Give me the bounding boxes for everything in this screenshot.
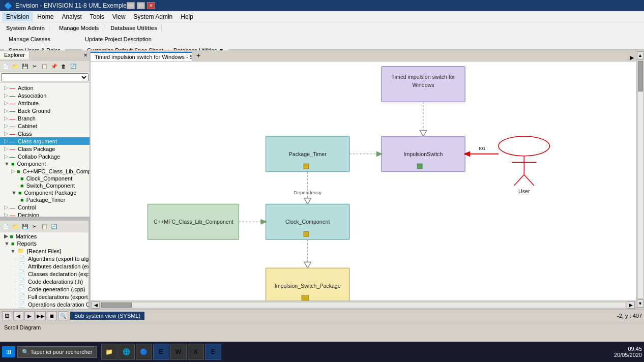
- dependency-label: Dependency: [294, 190, 321, 195]
- taskbar-apps: 📁 🌐 🔵 E W X E: [101, 344, 221, 360]
- scroll-down-button[interactable]: ▼: [637, 299, 644, 308]
- diagram-tab-add[interactable]: +: [192, 50, 204, 61]
- tree-item-control[interactable]: ▷— Control: [0, 203, 90, 211]
- diagram-scrollbar-h[interactable]: ◀ ▶: [91, 300, 636, 309]
- exp-cut-button[interactable]: ✂: [30, 62, 39, 71]
- manage-classes-button[interactable]: Manage Classes: [4, 35, 55, 44]
- status-btn-4[interactable]: ▶▶: [36, 311, 46, 320]
- tree-item-cpp-mfc[interactable]: ▷■ C++MFC_Class_Lib_Compon: [0, 167, 90, 175]
- explorer-filter-dropdown[interactable]: [1, 73, 89, 81]
- menu-analyst[interactable]: Analyst: [57, 12, 85, 21]
- explorer-toolbar: 📄 📁 💾 ✂ 📋 📌 🗑 🔄: [0, 61, 90, 72]
- taskbar-word[interactable]: W: [170, 344, 187, 360]
- taskbar-ie[interactable]: 🔵: [136, 344, 152, 360]
- tree-item-classes-decl[interactable]: ·📄 Classes declaration (export to cla...: [0, 270, 89, 278]
- explorer-tab[interactable]: Explorer: [0, 51, 30, 59]
- tree-item-recent-files[interactable]: ▼📁 [Recent Files]: [0, 247, 89, 255]
- tree-item-ops-decl[interactable]: ·📄 Operations declaration C++ (exp...: [0, 300, 89, 308]
- bottom-btn4[interactable]: ✂: [30, 222, 39, 231]
- arrow-inheritance-up2: [304, 198, 311, 204]
- explorer-tree: ▷— Action ▷— Association ▷— Attribute ▷—…: [0, 83, 90, 217]
- exp-new-button[interactable]: 📄: [1, 62, 10, 71]
- taskbar-file-explorer[interactable]: 📁: [101, 344, 118, 360]
- tree-item-attributes-decl[interactable]: ·📄 Attributes declaration (export to ...: [0, 262, 89, 270]
- package-timer-label: Package_Timer: [289, 151, 327, 157]
- status-btn-2[interactable]: ◀: [13, 311, 23, 320]
- tree-item-class-package[interactable]: ▷— Class Package: [0, 145, 90, 153]
- diagram-tabs-scroll-right[interactable]: ▶: [628, 54, 636, 61]
- scroll-thumb-h[interactable]: [101, 302, 626, 308]
- tree-item-component-package[interactable]: ▼■ Component Package: [0, 189, 90, 196]
- taskbar-envision1[interactable]: E: [153, 344, 169, 360]
- scroll-diagram-label: Scroll Diagram: [0, 322, 644, 332]
- close-button[interactable]: ✕: [147, 2, 155, 9]
- tree-item-action[interactable]: ▷— Action: [0, 84, 90, 92]
- taskbar-edge[interactable]: 🌐: [119, 344, 135, 360]
- tree-item-decision[interactable]: ▷— Decision: [0, 211, 90, 217]
- diagram-tab-main[interactable]: Timed impulsion switch for Windows - Sub…: [91, 52, 192, 61]
- search-bar[interactable]: 🔍 Taper ici pour rechercher: [17, 346, 97, 358]
- scroll-right-button[interactable]: ▶: [627, 301, 635, 309]
- tree-item-reports[interactable]: ▼■ Reports: [0, 240, 89, 247]
- tree-item-code-gen-cpp[interactable]: ·📄 Code generation (.cpp): [0, 285, 89, 293]
- menu-tools[interactable]: Tools: [86, 12, 108, 21]
- menu-envision[interactable]: Envision: [2, 12, 33, 21]
- tree-item-full-decl[interactable]: ·📄 Full declarations (export to decla...: [0, 293, 89, 300]
- bottom-btn5[interactable]: 📋: [40, 222, 49, 231]
- update-project-desc-button[interactable]: Update Project Description: [80, 35, 156, 44]
- diagram-tab-label: Timed impulsion switch for Windows - Sub…: [95, 54, 192, 60]
- status-btn-6[interactable]: 🔍: [58, 311, 68, 320]
- explorer-bottom-panel: 📄 📁 💾 ✂ 📋 🔄 ▶■ Matrices ▼■ Reports ▼📁 [R…: [0, 220, 90, 309]
- tree-item-rapport-arch[interactable]: ·📄 Rapport d'architecture systeme: [0, 308, 89, 309]
- start-button[interactable]: ⊞: [2, 346, 15, 357]
- io1-label: I01: [479, 145, 485, 151]
- tree-item-branch[interactable]: ▷— Branch: [0, 114, 90, 122]
- scroll-left-button[interactable]: ◀: [92, 301, 100, 309]
- bottom-btn2[interactable]: 📁: [11, 222, 20, 231]
- tree-item-class-argument[interactable]: ▷— Class argument: [0, 137, 90, 145]
- menu-help[interactable]: Help: [177, 12, 197, 21]
- scroll-track-v[interactable]: [637, 61, 643, 298]
- diagram-canvas[interactable]: Timed impulsion switch for Windows Impul…: [91, 62, 636, 300]
- exp-save-button[interactable]: 💾: [20, 62, 30, 71]
- diagram-scrollbar-v[interactable]: ▲ ▼: [636, 50, 644, 309]
- menu-home[interactable]: Home: [33, 12, 57, 21]
- tree-item-code-decl-h[interactable]: ·📄 Code declarations (.h): [0, 278, 89, 285]
- bottom-btn3[interactable]: 💾: [20, 222, 30, 231]
- tree-item-cabinet[interactable]: ▷— Cabinet: [0, 122, 90, 130]
- taskbar-excel[interactable]: X: [188, 344, 204, 360]
- status-btn-5[interactable]: ⏹: [47, 311, 57, 320]
- taskbar-time: 09:45: [614, 346, 642, 352]
- menu-view[interactable]: View: [108, 12, 130, 21]
- tree-item-background[interactable]: ▷— Back Ground: [0, 107, 90, 114]
- manage-models-button[interactable]: Manage Models: [54, 23, 103, 33]
- tree-item-algorithms[interactable]: ·📄 Algorithms (export to algorithm.c...: [0, 255, 89, 262]
- tree-item-class[interactable]: ▷— Class: [0, 130, 90, 137]
- status-btn-3[interactable]: ▶: [24, 311, 35, 320]
- tree-item-clock-component[interactable]: ·■ Clock_Component: [0, 175, 90, 182]
- tree-item-attribute[interactable]: ▷— Attribute: [0, 99, 90, 107]
- clock-component-label: Clock_Component: [285, 219, 330, 225]
- menu-systemadmin[interactable]: System Admin: [130, 12, 177, 21]
- tree-item-collabo-package[interactable]: ▷— Collabo Package: [0, 153, 90, 160]
- minimize-button[interactable]: —: [127, 2, 135, 9]
- exp-open-button[interactable]: 📁: [11, 62, 20, 71]
- status-btn-1[interactable]: 🖼: [2, 311, 12, 320]
- bottom-btn6[interactable]: 🔄: [49, 222, 58, 231]
- tree-item-package-timer[interactable]: ·■ Package_Timer: [0, 196, 90, 203]
- tree-item-switch-component[interactable]: ·■ Switch_Component: [0, 182, 90, 189]
- exp-copy-button[interactable]: 📋: [40, 62, 49, 71]
- scroll-up-button[interactable]: ▲: [637, 51, 644, 59]
- explorer-tab-close[interactable]: ✕: [81, 52, 90, 58]
- taskbar-envision2[interactable]: E: [205, 344, 221, 360]
- tree-item-matrices[interactable]: ▶■ Matrices: [0, 232, 89, 240]
- arrow-inheritance-up: [420, 130, 427, 136]
- tree-item-association[interactable]: ▷— Association: [0, 92, 90, 99]
- exp-delete-button[interactable]: 🗑: [59, 62, 68, 71]
- bottom-btn1[interactable]: 📄: [1, 222, 10, 231]
- diagram-tabs: Timed impulsion switch for Windows - Sub…: [91, 50, 636, 62]
- maximize-button[interactable]: □: [137, 2, 145, 9]
- exp-refresh-button[interactable]: 🔄: [69, 62, 78, 71]
- exp-paste-button[interactable]: 📌: [49, 62, 58, 71]
- tree-item-component[interactable]: ▼■ Component: [0, 160, 90, 167]
